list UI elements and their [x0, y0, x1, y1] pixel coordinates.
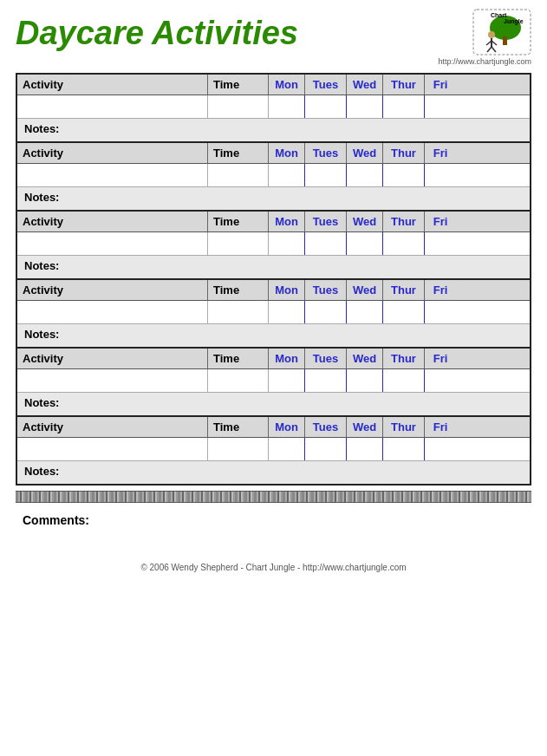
- fri-header-1: Fri: [425, 75, 456, 94]
- fri-cell-4a[interactable]: [425, 301, 456, 323]
- table-header-row-6: Activity Time Mon Tues Wed Thur Fri: [17, 417, 530, 438]
- table-header-row-1: Activity Time Mon Tues Wed Thur Fri: [17, 75, 530, 95]
- thur-cell-6a[interactable]: [383, 438, 425, 460]
- activity-cell-6a[interactable]: [17, 438, 208, 460]
- mon-header-2: Mon: [269, 143, 305, 163]
- time-header-4: Time: [208, 280, 269, 300]
- mon-cell-5a[interactable]: [269, 369, 305, 392]
- wed-header-4: Wed: [347, 280, 383, 300]
- page: Daycare Activities Chart Jungle htt: [0, 0, 547, 756]
- fri-header-6: Fri: [425, 417, 456, 437]
- fri-cell-3a[interactable]: [425, 232, 456, 255]
- time-cell-4a[interactable]: [208, 301, 269, 323]
- tues-header-4: Tues: [305, 280, 347, 300]
- time-cell-6a[interactable]: [208, 438, 269, 460]
- thur-cell-2a[interactable]: [383, 164, 425, 186]
- fri-cell-6a[interactable]: [425, 438, 456, 460]
- mon-cell-1a[interactable]: [269, 95, 305, 118]
- wed-header-5: Wed: [347, 349, 383, 368]
- thur-cell-5a[interactable]: [383, 369, 425, 392]
- table-data-row-4a: [17, 301, 530, 324]
- activity-cell-1a[interactable]: [17, 95, 208, 118]
- time-cell-3a[interactable]: [208, 232, 269, 255]
- mon-header-3: Mon: [269, 212, 305, 231]
- mon-header-5: Mon: [269, 349, 305, 368]
- wed-header-1: Wed: [347, 75, 383, 94]
- wed-cell-2a[interactable]: [347, 164, 383, 186]
- footer-text: © 2006 Wendy Shepherd - Chart Jungle - h…: [140, 563, 406, 572]
- thur-cell-1a[interactable]: [383, 95, 425, 118]
- time-cell-1a[interactable]: [208, 95, 269, 118]
- activity-cell-2a[interactable]: [17, 164, 208, 186]
- table-header-row-4: Activity Time Mon Tues Wed Thur Fri: [17, 280, 530, 301]
- notes-row-5: Notes:: [17, 393, 530, 415]
- wed-cell-6a[interactable]: [347, 438, 383, 460]
- activity-header-3: Activity: [17, 212, 208, 231]
- tues-cell-2a[interactable]: [305, 164, 347, 186]
- tues-header-5: Tues: [305, 349, 347, 368]
- wed-cell-1a[interactable]: [347, 95, 383, 118]
- tables-area: Activity Time Mon Tues Wed Thur Fri Note…: [16, 73, 531, 486]
- tues-cell-5a[interactable]: [305, 369, 347, 392]
- mon-cell-4a[interactable]: [269, 301, 305, 323]
- fri-cell-5a[interactable]: [425, 369, 456, 392]
- fri-header-2: Fri: [425, 143, 456, 163]
- svg-line-8: [487, 47, 492, 52]
- activity-cell-3a[interactable]: [17, 232, 208, 255]
- activity-cell-5a[interactable]: [17, 369, 208, 392]
- mon-cell-6a[interactable]: [269, 438, 305, 460]
- table-data-row-3a: [17, 232, 530, 256]
- logo-area: Chart Jungle http://www.chartjungle.com: [438, 9, 531, 66]
- table-data-row-5a: [17, 369, 530, 393]
- tues-cell-3a[interactable]: [305, 232, 347, 255]
- notes-row-1: Notes:: [17, 119, 530, 141]
- fri-cell-1a[interactable]: [425, 95, 456, 118]
- time-header-2: Time: [208, 143, 269, 163]
- wed-header-6: Wed: [347, 417, 383, 437]
- mon-header-4: Mon: [269, 280, 305, 300]
- activity-cell-4a[interactable]: [17, 301, 208, 323]
- time-cell-5a[interactable]: [208, 369, 269, 392]
- table-data-row-6a: [17, 438, 530, 461]
- tues-header-2: Tues: [305, 143, 347, 163]
- comments-section: Comments:: [16, 508, 531, 556]
- thur-cell-3a[interactable]: [383, 232, 425, 255]
- notes-row-6: Notes:: [17, 461, 530, 484]
- tues-cell-6a[interactable]: [305, 438, 347, 460]
- table-header-row-2: Activity Time Mon Tues Wed Thur Fri: [17, 143, 530, 164]
- svg-point-4: [488, 31, 495, 38]
- svg-line-9: [492, 47, 496, 52]
- logo-icon: Chart Jungle: [472, 9, 531, 55]
- tues-cell-1a[interactable]: [305, 95, 347, 118]
- tues-header-1: Tues: [305, 75, 347, 94]
- thur-header-5: Thur: [383, 349, 425, 368]
- time-cell-2a[interactable]: [208, 164, 269, 186]
- activity-header-1: Activity: [17, 75, 208, 94]
- thur-header-3: Thur: [383, 212, 425, 231]
- time-header-3: Time: [208, 212, 269, 231]
- mon-cell-3a[interactable]: [269, 232, 305, 255]
- time-header-1: Time: [208, 75, 269, 94]
- decorative-divider: [16, 491, 531, 503]
- fri-header-4: Fri: [425, 280, 456, 300]
- activity-section-5: Activity Time Mon Tues Wed Thur Fri Note…: [17, 349, 530, 417]
- activity-header-6: Activity: [17, 417, 208, 437]
- fri-cell-2a[interactable]: [425, 164, 456, 186]
- wed-cell-3a[interactable]: [347, 232, 383, 255]
- time-header-5: Time: [208, 349, 269, 368]
- activity-header-2: Activity: [17, 143, 208, 163]
- wed-header-2: Wed: [347, 143, 383, 163]
- thur-header-1: Thur: [383, 75, 425, 94]
- svg-rect-1: [503, 36, 507, 45]
- wed-cell-5a[interactable]: [347, 369, 383, 392]
- svg-text:Jungle: Jungle: [504, 18, 524, 25]
- thur-cell-4a[interactable]: [383, 301, 425, 323]
- mon-cell-2a[interactable]: [269, 164, 305, 186]
- activity-section-3: Activity Time Mon Tues Wed Thur Fri Note…: [17, 212, 530, 280]
- activity-section-1: Activity Time Mon Tues Wed Thur Fri Note…: [17, 75, 530, 143]
- tues-cell-4a[interactable]: [305, 301, 347, 323]
- fri-header-3: Fri: [425, 212, 456, 231]
- activity-header-5: Activity: [17, 349, 208, 368]
- activity-section-2: Activity Time Mon Tues Wed Thur Fri Note…: [17, 143, 530, 212]
- wed-cell-4a[interactable]: [347, 301, 383, 323]
